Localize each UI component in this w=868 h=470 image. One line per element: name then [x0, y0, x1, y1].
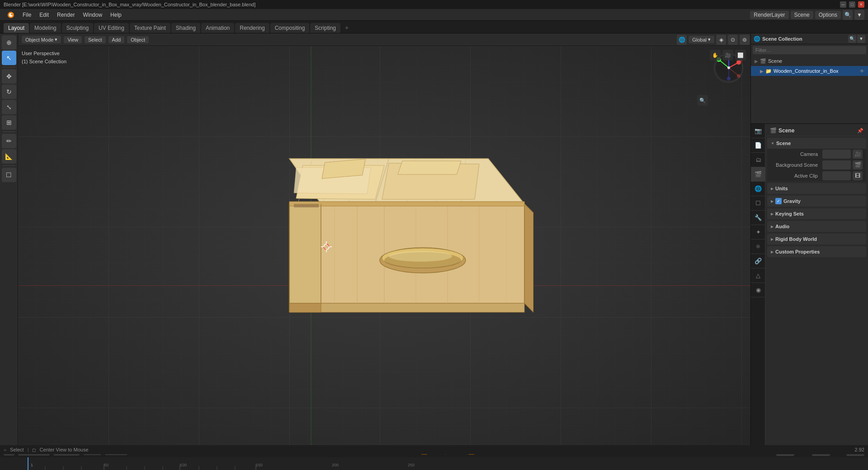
units-section-title: Units	[775, 186, 788, 191]
menu-window[interactable]: Window	[79, 11, 106, 19]
minimize-button[interactable]: ─	[840, 1, 846, 8]
output-properties-tab[interactable]: 📄	[751, 138, 765, 153]
material-tab[interactable]: ◉	[751, 283, 765, 297]
units-section-header[interactable]: ▶ Units	[767, 183, 866, 194]
annotate-tool-btn[interactable]: ✏	[2, 134, 16, 148]
tab-animation[interactable]: Animation	[201, 23, 234, 33]
menu-file[interactable]: File	[19, 11, 35, 19]
viewport-breadcrumb: User Perspective (1) Scene Collection	[22, 50, 66, 66]
select-menu-btn[interactable]: Select	[85, 36, 106, 43]
outliner-collection-item[interactable]: ▶ 📁 Wooden_Constructor_in_Box 👁	[751, 66, 868, 76]
modifier-properties-tab[interactable]: 🔧	[751, 211, 765, 225]
outliner-search-input[interactable]	[753, 46, 866, 54]
properties-title: Scene	[778, 127, 794, 134]
move-tool-btn[interactable]: ✥	[2, 69, 16, 84]
scene-section-header[interactable]: ▼ Scene	[767, 138, 866, 149]
look-through-camera-btn[interactable]: 🔍	[697, 95, 708, 106]
transform-tool-btn[interactable]: ⊞	[2, 115, 16, 130]
options-btn[interactable]: Options	[815, 11, 841, 19]
blender-logo-icon	[7, 11, 14, 19]
outliner-filter-btn[interactable]: ▼	[857, 35, 865, 43]
proportional-edit-btn[interactable]: ⊚	[740, 35, 750, 45]
gravity-checkbox[interactable]: ✓	[775, 198, 782, 204]
render-properties-tab[interactable]: 📷	[751, 124, 765, 138]
tab-texture-paint[interactable]: Texture Paint	[130, 23, 170, 33]
active-clip-picker-btn[interactable]: 🎞	[853, 171, 863, 180]
3d-scene-object	[244, 132, 524, 339]
select-hint-label: Select	[10, 447, 24, 452]
camera-picker-btn[interactable]: 🎥	[853, 150, 863, 159]
physics-tab[interactable]: ⚛	[751, 240, 765, 254]
active-clip-value[interactable]	[822, 171, 851, 180]
render-engine-selector[interactable]: RenderLayer	[750, 11, 788, 19]
center-view-hint-icon: ◻	[32, 447, 36, 452]
object-mode-selector[interactable]: Object Mode ▾	[22, 36, 61, 43]
world-properties-tab[interactable]: 🌐	[751, 182, 765, 196]
particles-tab[interactable]: ✦	[751, 225, 765, 240]
object-properties-tab[interactable]: ☐	[751, 196, 765, 211]
grab-btn[interactable]: ✋	[710, 50, 721, 61]
global-transform-btn[interactable]: Global ▾	[689, 36, 714, 43]
timeline-ruler[interactable]: 1 1 50 100 150 200 250	[0, 457, 868, 470]
filter-btn[interactable]: ▼	[854, 10, 864, 20]
view-menu-btn[interactable]: View	[64, 36, 82, 43]
viewport-shading-icon[interactable]: 🌐	[677, 35, 687, 45]
scene-selector[interactable]: Scene	[791, 11, 813, 19]
add-menu-btn[interactable]: Add	[108, 36, 125, 43]
tab-shading[interactable]: Shading	[171, 23, 200, 33]
tab-uv-editing[interactable]: UV Editing	[94, 23, 129, 33]
snap-toggle-btn[interactable]: ⊙	[728, 35, 738, 45]
scale-tool-btn[interactable]: ⤡	[2, 100, 16, 114]
perspective-label: User Perspective	[22, 50, 66, 58]
svg-text:100: 100	[180, 463, 187, 467]
bg-scene-picker-btn[interactable]: 🎬	[853, 160, 863, 169]
info-btn[interactable]: 🔍	[843, 10, 853, 20]
blender-logo[interactable]	[4, 10, 18, 19]
data-tab[interactable]: △	[751, 268, 765, 283]
scene-properties-tab[interactable]: 🎬	[751, 167, 765, 182]
select-box-tool-btn[interactable]: ↖	[2, 51, 16, 65]
add-workspace-button[interactable]: +	[341, 22, 352, 33]
menu-render[interactable]: Render	[53, 11, 78, 19]
outliner-search-btn[interactable]: 🔍	[848, 35, 856, 43]
close-button[interactable]: ✕	[858, 1, 864, 8]
main-viewport[interactable]: User Perspective (1) Scene Collection	[18, 46, 750, 445]
menu-edit[interactable]: Edit	[36, 11, 52, 19]
menu-help[interactable]: Help	[107, 11, 125, 19]
keying-sets-header[interactable]: ▶ Keying Sets	[767, 208, 866, 219]
rotate-tool-btn[interactable]: ↻	[2, 85, 16, 99]
custom-props-header[interactable]: ▶ Custom Properties	[767, 246, 866, 257]
svg-marker-19	[398, 161, 461, 174]
menu-bar: File Edit Render Window Help RenderLayer…	[0, 9, 868, 21]
camera-value[interactable]	[822, 150, 851, 159]
tab-sculpting[interactable]: Sculpting	[62, 23, 93, 33]
cursor-tool-btn[interactable]: ⊕	[2, 35, 16, 50]
tab-scripting[interactable]: Scripting	[310, 23, 340, 33]
active-clip-row: Active Clip 🎞	[767, 170, 866, 181]
camera-view-btn[interactable]: 🎥	[722, 50, 733, 61]
constraints-tab[interactable]: 🔗	[751, 254, 765, 268]
object-menu-btn[interactable]: Object	[127, 36, 149, 43]
tab-compositing[interactable]: Compositing	[270, 23, 310, 33]
audio-section-header[interactable]: ▶ Audio	[767, 221, 866, 232]
svg-rect-60	[0, 457, 868, 470]
measure-tool-btn[interactable]: 📐	[2, 149, 16, 164]
rigid-body-world-header[interactable]: ▶ Rigid Body World	[767, 234, 866, 244]
svg-marker-20	[289, 204, 321, 303]
properties-pin-icon[interactable]: 📌	[857, 128, 863, 134]
tab-modeling[interactable]: Modeling	[30, 23, 61, 33]
tab-layout[interactable]: Layout	[4, 23, 29, 33]
window-title: Blender [E:\work\WIP\Wooden_Constructor_…	[4, 2, 255, 7]
add-primitive-btn[interactable]: ☐	[2, 168, 16, 182]
svg-marker-37	[294, 204, 319, 207]
visibility-icon[interactable]: 👁	[860, 69, 864, 74]
bg-scene-value[interactable]	[822, 160, 851, 169]
gravity-expand-icon: ▶	[771, 199, 774, 203]
tool-separator-2	[3, 132, 15, 132]
tab-rendering[interactable]: Rendering	[235, 23, 269, 33]
perspective-btn[interactable]: ⬜	[735, 50, 746, 61]
gravity-section-header[interactable]: ▶ ✓ Gravity	[767, 196, 866, 207]
view-layer-tab[interactable]: 🗂	[751, 153, 765, 167]
pivot-point-btn[interactable]: ◈	[716, 35, 726, 45]
maximize-button[interactable]: □	[849, 1, 855, 8]
